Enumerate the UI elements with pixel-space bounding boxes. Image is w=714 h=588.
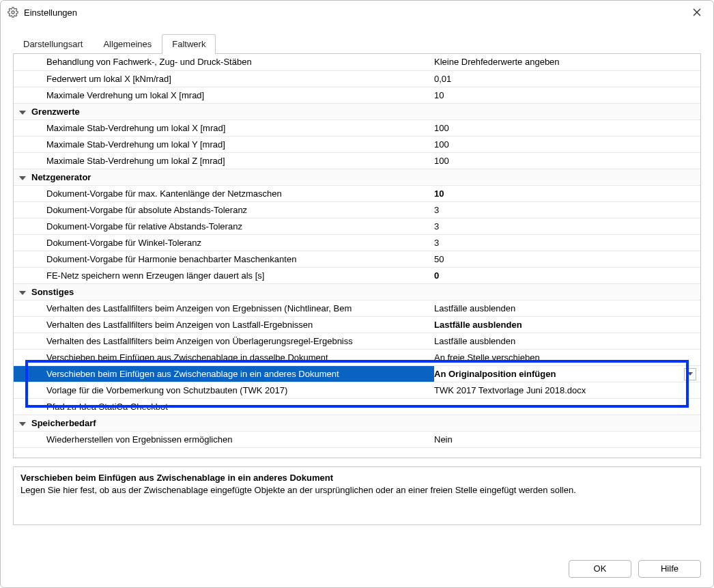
property-label: Dokument-Vorgabe für relative Abstands-T…: [31, 218, 434, 234]
property-value[interactable]: An freie Stelle verschieben: [434, 349, 700, 365]
property-label: Maximale Stab-Verdrehung um lokal X [mra…: [31, 120, 434, 136]
property-value[interactable]: Lastfälle ausblenden: [434, 300, 700, 316]
property-row[interactable]: Wiederherstellen von Ergebnissen ermögli…: [14, 431, 700, 447]
property-row[interactable]: Dokument-Vorgabe für Harmonie benachbart…: [14, 251, 700, 267]
property-label: Verhalten des Lastfallfilters beim Anzei…: [31, 300, 434, 316]
section-title: Netzgenerator: [31, 169, 434, 185]
property-value[interactable]: 100: [434, 152, 700, 169]
property-value[interactable]: 3: [434, 218, 700, 234]
property-value[interactable]: 0: [434, 267, 700, 283]
description-box: Verschieben beim Einfügen aus Zwischenab…: [13, 466, 701, 525]
property-label: Dokument-Vorgabe für Harmonie benachbart…: [31, 251, 434, 267]
property-value[interactable]: 50: [434, 251, 700, 267]
tab-bar: Darstellungsart Allgemeines Faltwerk: [13, 33, 701, 54]
property-value[interactable]: Lastfälle ausblenden: [434, 316, 700, 333]
property-label: Dokument-Vorgabe für max. Kantenlänge de…: [31, 185, 434, 201]
property-label: Dokument-Vorgabe für Winkel-Toleranz: [31, 234, 434, 251]
property-label: Verschieben beim Einfügen aus Zwischenab…: [31, 365, 434, 382]
tab-darstellungsart[interactable]: Darstellungsart: [13, 34, 93, 54]
property-value[interactable]: Nein: [434, 431, 700, 447]
property-label: Verschieben beim Einfügen aus Zwischenab…: [31, 349, 434, 365]
settings-panel: Behandlung von Fachwerk-, Zug- und Druck…: [13, 54, 701, 458]
property-value[interactable]: 10: [434, 185, 700, 201]
property-value[interactable]: 0,01: [434, 70, 700, 87]
property-row[interactable]: Maximale Stab-Verdrehung um lokal Z [mra…: [14, 152, 700, 169]
property-row[interactable]: Verhalten des Lastfallfilters beim Anzei…: [14, 316, 700, 333]
property-row[interactable]: Dokument-Vorgabe für Winkel-Toleranz3: [14, 234, 700, 251]
property-value[interactable]: 100: [434, 120, 700, 136]
property-label: Wiederherstellen von Ergebnissen ermögli…: [31, 431, 434, 447]
property-label: Verhalten des Lastfallfilters beim Anzei…: [31, 316, 434, 333]
property-row[interactable]: Verhalten des Lastfallfilters beim Anzei…: [14, 333, 700, 349]
property-row[interactable]: Maximale Verdrehung um lokal X [mrad]10: [14, 87, 700, 103]
description-title: Verschieben beim Einfügen aus Zwischenab…: [20, 473, 694, 483]
property-row[interactable]: Dokument-Vorgabe für relative Abstands-T…: [14, 218, 700, 234]
property-label: Verhalten des Lastfallfilters beim Anzei…: [31, 333, 434, 349]
property-grid: Behandlung von Fachwerk-, Zug- und Druck…: [14, 54, 700, 448]
property-label: Maximale Verdrehung um lokal X [mrad]: [31, 87, 434, 103]
property-row[interactable]: Dokument-Vorgabe für max. Kantenlänge de…: [14, 185, 700, 201]
section-header[interactable]: Sonstiges: [14, 283, 700, 300]
property-label: Dokument-Vorgabe für absolute Abstands-T…: [31, 201, 434, 218]
tab-allgemeines[interactable]: Allgemeines: [93, 34, 162, 54]
property-value[interactable]: 3: [434, 234, 700, 251]
property-value[interactable]: 100: [434, 136, 700, 152]
section-header[interactable]: Netzgenerator: [14, 169, 700, 185]
property-value[interactable]: An Originalposition einfügen: [434, 365, 700, 382]
property-label: Maximale Stab-Verdrehung um lokal Z [mra…: [31, 152, 434, 169]
property-row[interactable]: Verhalten des Lastfallfilters beim Anzei…: [14, 300, 700, 316]
gear-icon: [8, 7, 18, 18]
property-label: Federwert um lokal X [kNm/rad]: [31, 70, 434, 87]
ok-button[interactable]: OK: [569, 560, 631, 578]
help-button[interactable]: Hilfe: [638, 560, 701, 578]
property-row[interactable]: Pfad zu Idea StatiCa Checkbot: [14, 398, 700, 415]
property-value[interactable]: 3: [434, 201, 700, 218]
property-row[interactable]: Verschieben beim Einfügen aus Zwischenab…: [14, 365, 700, 382]
window-title: Einstellungen: [24, 8, 77, 18]
property-row[interactable]: Federwert um lokal X [kNm/rad]0,01: [14, 70, 700, 87]
section-title: Sonstiges: [31, 283, 434, 300]
section-title: Speicherbedarf: [31, 415, 434, 431]
property-row[interactable]: Vorlage für die Vorbemerkung von Schutzb…: [14, 382, 700, 398]
tab-faltwerk[interactable]: Faltwerk: [162, 34, 216, 54]
button-row: OK Hilfe: [569, 560, 701, 578]
section-header[interactable]: Grenzwerte: [14, 103, 700, 120]
property-value[interactable]: Lastfälle ausblenden: [434, 333, 700, 349]
section-title: Grenzwerte: [31, 103, 434, 120]
dropdown-icon[interactable]: [684, 368, 696, 380]
property-value[interactable]: 10: [434, 87, 700, 103]
property-row[interactable]: Maximale Stab-Verdrehung um lokal X [mra…: [14, 120, 700, 136]
property-row[interactable]: Verschieben beim Einfügen aus Zwischenab…: [14, 349, 700, 365]
property-value[interactable]: TWK 2017 Textvorlage Juni 2018.docx: [434, 382, 700, 398]
section-header[interactable]: Speicherbedarf: [14, 415, 700, 431]
svg-point-0: [12, 11, 14, 14]
property-label: FE-Netz speichern wenn Erzeugen länger d…: [31, 267, 434, 283]
property-label: Behandlung von Fachwerk-, Zug- und Druck…: [31, 54, 434, 70]
property-row[interactable]: Maximale Stab-Verdrehung um lokal Y [mra…: [14, 136, 700, 152]
close-icon[interactable]: [687, 3, 706, 22]
property-label: Pfad zu Idea StatiCa Checkbot: [31, 398, 434, 415]
property-label: Vorlage für die Vorbemerkung von Schutzb…: [31, 382, 434, 398]
property-row[interactable]: Dokument-Vorgabe für absolute Abstands-T…: [14, 201, 700, 218]
property-row[interactable]: Behandlung von Fachwerk-, Zug- und Druck…: [14, 54, 700, 70]
property-value[interactable]: [434, 398, 700, 415]
property-row[interactable]: FE-Netz speichern wenn Erzeugen länger d…: [14, 267, 700, 283]
description-body: Legen Sie hier fest, ob aus der Zwischen…: [20, 484, 694, 496]
property-value[interactable]: Kleine Drehfederwerte angeben: [434, 54, 700, 70]
title-bar: Einstellungen: [1, 1, 713, 24]
property-label: Maximale Stab-Verdrehung um lokal Y [mra…: [31, 136, 434, 152]
